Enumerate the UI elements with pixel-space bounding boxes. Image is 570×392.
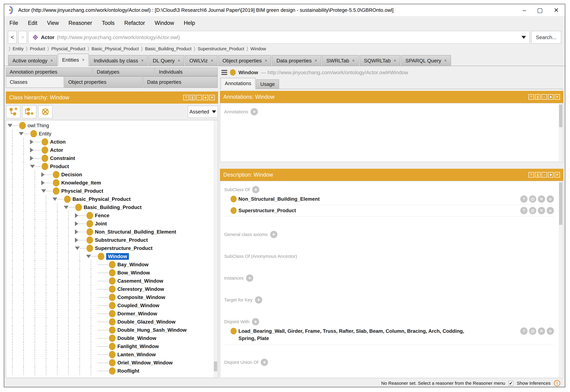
add-icon[interactable]: + — [252, 186, 259, 193]
tree-node-action[interactable]: Action — [8, 138, 213, 146]
split-vertical-icon[interactable]: || — [190, 95, 195, 100]
explain-icon[interactable]: ? — [520, 207, 527, 214]
tree-node-composite-window[interactable]: Composite_Window — [8, 293, 213, 301]
tree-node-double-hung-sash-window[interactable]: Double_Hung_Sash_Window — [8, 326, 213, 334]
active-entity-field[interactable]: Actor (http://www.jinyuezhang.com/work/o… — [29, 31, 530, 44]
show-inferences-checkbox[interactable]: ✔ — [509, 381, 513, 386]
explain-icon[interactable]: ? — [520, 327, 527, 335]
tab-object-properties[interactable]: Object properties× — [218, 55, 271, 66]
tree-node-physcial-product[interactable]: Physcial_Product — [8, 187, 213, 195]
breadcrumb-item-physcial-product[interactable]: Physcial_Product — [51, 46, 85, 51]
annotations-scrollbar-thumb[interactable] — [559, 105, 562, 127]
menu-help[interactable]: Help — [184, 20, 195, 26]
tree-node-basic-building-product[interactable]: Basic_Building_Product — [8, 203, 213, 211]
expand-arrow-icon[interactable] — [75, 221, 86, 226]
close-icon[interactable]: ✕ — [555, 94, 560, 100]
maximize-icon[interactable]: ▢ — [537, 7, 543, 13]
tab-close-icon[interactable]: × — [211, 58, 213, 63]
add-icon[interactable]: + — [270, 231, 277, 238]
collapse-arrow-icon[interactable] — [19, 132, 30, 135]
float-icon[interactable]: ■ — [548, 172, 554, 178]
expand-arrow-icon[interactable] — [41, 172, 52, 177]
tree-node-double-window[interactable]: Double_Window — [8, 334, 213, 342]
collapse-arrow-icon[interactable] — [75, 247, 86, 250]
breadcrumb-item-basic-physical-product[interactable]: Basic_Physical_Product — [92, 46, 139, 51]
subtab-classes[interactable]: Classes — [6, 76, 64, 88]
subtab-individuals[interactable]: Individuals — [155, 68, 218, 76]
minimize-icon[interactable]: – — [523, 7, 526, 13]
tree-node-coupled-window[interactable]: Coupled_Window — [8, 301, 213, 310]
delete-icon[interactable]: ✕ — [538, 327, 545, 335]
explain-icon[interactable]: ? — [520, 196, 527, 203]
tab-owlviz[interactable]: OWLViz× — [185, 55, 217, 66]
tree-node-knowledge-item[interactable]: Knowledge_Item — [8, 179, 213, 187]
tree-node-basic-physical-product[interactable]: Basic_Physical_Product — [8, 195, 213, 203]
breadcrumb-item-superstructure-product[interactable]: Superstructure_Product — [198, 46, 244, 51]
tab-active-ontology[interactable]: Active ontology× — [8, 55, 57, 66]
tab-entities[interactable]: Entities× — [58, 54, 89, 66]
edit-icon[interactable]: o — [547, 196, 554, 203]
collapse-arrow-icon[interactable] — [86, 255, 97, 258]
search-button[interactable]: Search... — [531, 31, 561, 44]
tree-node-joint[interactable]: Joint — [8, 220, 213, 228]
add-icon[interactable]: + — [255, 296, 262, 304]
tree-node-fence[interactable]: Fence — [8, 211, 213, 220]
warning-icon[interactable]: ! — [554, 380, 560, 386]
float-icon[interactable]: ■ — [548, 94, 554, 100]
show-inferences-label[interactable]: Show Inferences — [517, 381, 551, 386]
expand-arrow-icon[interactable] — [75, 238, 86, 242]
float-icon[interactable]: ■ — [203, 95, 208, 100]
add-icon[interactable]: + — [261, 359, 268, 366]
description-row[interactable]: Superstructure_Product?@✕o — [224, 205, 554, 217]
add-icon[interactable]: + — [252, 318, 259, 325]
tree-scrollbar-thumb[interactable] — [214, 361, 217, 371]
close-icon[interactable]: ✕ — [554, 7, 559, 13]
tab-close-icon[interactable]: × — [265, 58, 267, 63]
expand-arrow-icon[interactable] — [75, 229, 86, 234]
tab-data-properties[interactable]: Data properties× — [272, 55, 321, 66]
breadcrumb-item-product[interactable]: Product — [30, 46, 45, 51]
tree-node-lanten-window[interactable]: Lanten_Window — [8, 350, 213, 359]
split-horizontal-icon[interactable]: – — [541, 172, 547, 178]
tree-node-clerestory-window[interactable]: Clerestory_Window — [8, 285, 213, 293]
collapse-arrow-icon[interactable] — [30, 165, 41, 168]
tab-usage[interactable]: Usage — [256, 79, 279, 89]
tab-close-icon[interactable]: × — [178, 58, 180, 63]
collapse-arrow-icon[interactable] — [8, 124, 19, 127]
delete-icon[interactable]: ✕ — [538, 207, 545, 214]
tab-dl-query[interactable]: DL Query× — [149, 55, 184, 66]
close-icon[interactable]: ✕ — [555, 172, 560, 178]
menu-view[interactable]: View — [47, 20, 59, 26]
tree-node-substructure-product[interactable]: Substructure_Product — [8, 236, 213, 244]
menu-refactor[interactable]: Refactor — [124, 20, 145, 26]
forward-button[interactable]: > — [18, 31, 27, 44]
edit-icon[interactable]: o — [547, 327, 554, 335]
add-subclass-button[interactable] — [6, 105, 20, 118]
tree-node-actor[interactable]: Actor — [8, 146, 213, 154]
delete-class-button[interactable] — [38, 105, 52, 118]
collapse-arrow-icon[interactable] — [52, 197, 64, 201]
tab-sqwrltab[interactable]: SQWRLTab× — [360, 55, 400, 66]
tree-node-decision[interactable]: Decision — [8, 170, 213, 179]
tab-close-icon[interactable]: × — [82, 57, 85, 62]
split-vertical-icon[interactable]: || — [535, 94, 540, 100]
tree-node-constraint[interactable]: Constraint — [8, 154, 213, 162]
close-icon[interactable]: ✕ — [209, 95, 215, 100]
tab-close-icon[interactable]: × — [352, 58, 355, 63]
description-row[interactable]: Non_Structural_Building_Element?@✕o — [224, 194, 554, 205]
annotate-icon[interactable]: @ — [529, 196, 536, 203]
annotations-scrollbar[interactable] — [559, 104, 563, 161]
tab-individuals-by-class[interactable]: Individuals by class× — [90, 55, 148, 66]
tab-sparql-query[interactable]: SPARQL Query× — [401, 55, 451, 66]
menu-file[interactable]: File — [9, 20, 18, 26]
help-icon[interactable]: ? — [528, 94, 534, 100]
add-icon[interactable]: + — [246, 274, 253, 282]
tab-close-icon[interactable]: × — [50, 58, 53, 63]
expand-arrow-icon[interactable] — [41, 180, 52, 185]
annotate-icon[interactable]: @ — [529, 207, 536, 214]
tree-node-dormer-window[interactable]: Dormer_Window — [8, 310, 213, 318]
help-icon[interactable]: ? — [183, 95, 189, 100]
expand-arrow-icon[interactable] — [75, 213, 86, 218]
collapse-arrow-icon[interactable] — [64, 206, 75, 209]
subtab-annotation-properties[interactable]: Annotation properties — [6, 68, 92, 76]
